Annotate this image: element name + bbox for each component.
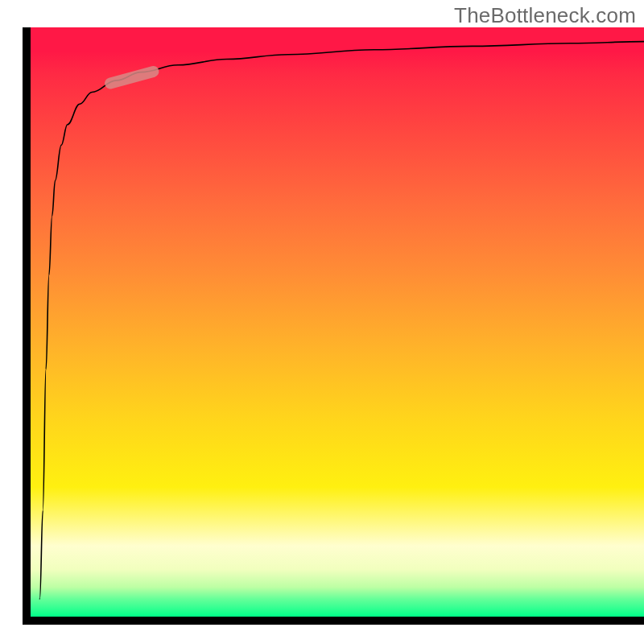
curve-highlight-marker (110, 72, 153, 84)
plot-frame (23, 27, 644, 625)
watermark-text: TheBottleneck.com (454, 3, 636, 28)
chart-stage: TheBottleneck.com (0, 0, 644, 644)
bottleneck-curve (39, 42, 644, 599)
curve-layer (31, 27, 644, 617)
